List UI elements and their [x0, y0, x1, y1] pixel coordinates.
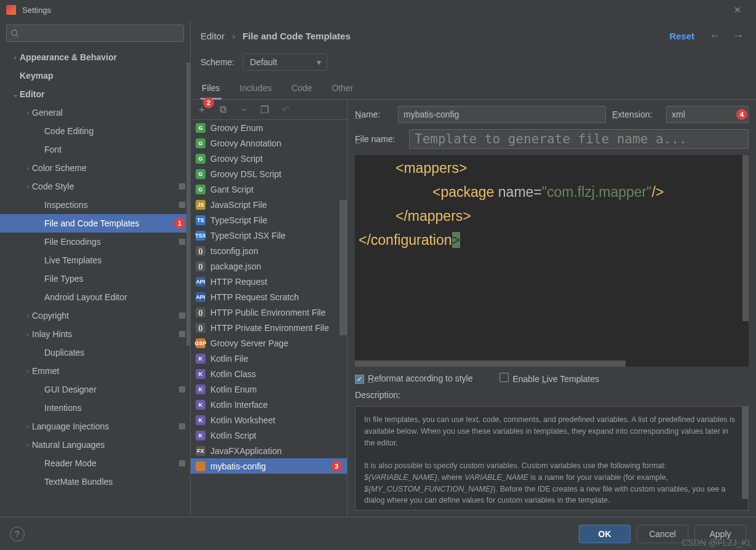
file-type-icon: K — [196, 385, 205, 394]
tree-item-general[interactable]: ›General — [0, 103, 190, 122]
tree-item-duplicates[interactable]: Duplicates — [0, 343, 190, 362]
tree-item-copyright[interactable]: ›Copyright — [0, 306, 190, 325]
template-item[interactable]: JSJavaScript File — [191, 197, 347, 212]
editor-scrollbar-v[interactable] — [742, 155, 749, 321]
code-token: <mappers> — [396, 160, 467, 176]
code-token: = — [533, 184, 541, 200]
file-type-icon: TSX — [196, 231, 205, 241]
template-item[interactable]: {}HTTP Public Environment File — [191, 305, 347, 320]
template-item[interactable]: GGant Script — [191, 181, 347, 197]
tree-item-keymap[interactable]: Keymap — [0, 66, 190, 85]
close-icon[interactable]: ✕ — [725, 5, 750, 15]
tree-item-font[interactable]: Font — [0, 140, 190, 159]
tree-item-code-style[interactable]: ›Code Style — [0, 177, 190, 196]
template-item[interactable]: {}package.json — [191, 258, 347, 274]
template-item[interactable]: APIHTTP Request Scratch — [191, 289, 347, 305]
tree-item-inspections[interactable]: Inspections — [0, 196, 190, 214]
description-paragraph: In file templates, you can use text, cod… — [364, 414, 739, 448]
editor-scrollbar-h[interactable] — [355, 361, 626, 367]
template-item[interactable]: GGroovy Script — [191, 151, 347, 166]
filename-input[interactable] — [409, 129, 749, 149]
help-icon[interactable]: ? — [10, 527, 25, 541]
template-toolbar: ＋2 ⧉ － ❐ ↶ — [191, 100, 347, 119]
template-item[interactable]: KKotlin Worksheet — [191, 412, 347, 428]
template-item[interactable]: KKotlin Class — [191, 366, 347, 381]
extension-label: Extension: — [612, 110, 660, 119]
template-item[interactable]: GSPGroovy Server Page — [191, 335, 347, 351]
undo-icon[interactable]: ↶ — [281, 105, 290, 114]
tree-item-file-and-code-templates[interactable]: File and Code Templates1 — [0, 214, 190, 233]
file-type-icon: G — [196, 185, 205, 194]
tree-item-live-templates[interactable]: Live Templates — [0, 251, 190, 269]
tree-item-file-types[interactable]: File Types — [0, 269, 190, 288]
ok-button[interactable]: OK — [579, 525, 631, 543]
tree-item-intentions[interactable]: Intentions — [0, 399, 190, 417]
tree-item-file-encodings[interactable]: File Encodings — [0, 233, 190, 251]
tree-item-language-injections[interactable]: ›Language Injections — [0, 417, 190, 436]
template-item[interactable]: APIHTTP Request — [191, 274, 347, 289]
tree-item-appearance-behavior[interactable]: ›Appearance & Behavior — [0, 48, 190, 66]
template-item[interactable]: GGroovy DSL Script — [191, 166, 347, 181]
file-type-icon: API — [196, 277, 205, 287]
tree-item-reader-mode[interactable]: Reader Mode — [0, 454, 190, 472]
forward-arrow-icon[interactable]: → — [730, 30, 746, 42]
breadcrumb-parent: Editor — [201, 31, 225, 41]
tab-files[interactable]: Files — [201, 79, 221, 99]
file-type-icon: JS — [196, 200, 205, 210]
tree-item-color-scheme[interactable]: ›Color Scheme — [0, 159, 190, 177]
tab-code[interactable]: Code — [290, 79, 313, 99]
tree-item-emmet[interactable]: ›Emmet — [0, 362, 190, 380]
tree-scrollbar[interactable] — [186, 63, 190, 517]
tree-item-inlay-hints[interactable]: ›Inlay Hints — [0, 325, 190, 343]
tree-item-gui-designer[interactable]: GUI Designer — [0, 380, 190, 399]
tree-item-editor[interactable]: ⌄Editor — [0, 85, 190, 103]
template-item[interactable]: KKotlin File — [191, 351, 347, 366]
tab-other[interactable]: Other — [330, 79, 354, 99]
file-type-icon: G — [196, 169, 205, 179]
scheme-label: Scheme: — [201, 57, 234, 67]
template-item[interactable]: KKotlin Interface — [191, 397, 347, 412]
code-token: < — [432, 184, 440, 200]
app-logo-icon — [6, 5, 16, 15]
template-item[interactable]: mybatis-config3 — [191, 458, 347, 474]
template-item[interactable]: TSXTypeScript JSX File — [191, 228, 347, 243]
dialog-footer: ? OK Cancel Apply — [0, 517, 756, 550]
template-editor[interactable]: <mappers> <package name="com.flzj.mapper… — [355, 155, 749, 367]
tree-item-code-editing[interactable]: Code Editing — [0, 122, 190, 140]
file-type-icon: {} — [196, 261, 205, 271]
watermark: CSDN @FLZJ_KL — [682, 538, 752, 548]
settings-tree-panel: ›Appearance & BehaviorKeymap⌄Editor›Gene… — [0, 20, 191, 517]
template-item[interactable]: KKotlin Script — [191, 428, 347, 443]
description-scrollbar[interactable] — [742, 407, 748, 499]
template-list[interactable]: GGroovy EnumGGroovy AnnotationGGroovy Sc… — [191, 119, 347, 517]
file-type-icon: TS — [196, 215, 205, 225]
tree-item-natural-languages[interactable]: ›Natural Languages — [0, 436, 190, 454]
tree-item-textmate-bundles[interactable]: TextMate Bundles — [0, 472, 190, 491]
tab-includes[interactable]: Includes — [239, 79, 273, 99]
settings-search-input[interactable] — [6, 25, 184, 42]
template-item[interactable]: {}tsconfig.json — [191, 243, 347, 258]
template-item[interactable]: GGroovy Enum — [191, 120, 347, 135]
live-templates-checkbox[interactable]: Enable Live Templates — [499, 373, 599, 384]
template-item[interactable]: FXJavaFXApplication — [191, 443, 347, 458]
file-type-icon — [196, 461, 205, 471]
template-item[interactable]: TSTypeScript File — [191, 212, 347, 228]
template-item[interactable]: KKotlin Enum — [191, 381, 347, 397]
template-item[interactable]: {}HTTP Private Environment File — [191, 320, 347, 335]
name-input[interactable] — [398, 106, 606, 123]
add-icon[interactable]: ＋2 — [197, 105, 207, 114]
file-type-icon: G — [196, 154, 205, 164]
template-item[interactable]: GGroovy Annotation — [191, 135, 347, 151]
copy-icon[interactable]: ⧉ — [218, 105, 228, 114]
back-arrow-icon[interactable]: ← — [707, 30, 723, 42]
template-scrollbar[interactable] — [340, 120, 347, 517]
svg-point-0 — [12, 30, 17, 36]
reset-link[interactable]: Reset — [669, 31, 694, 41]
duplicate-icon[interactable]: ❐ — [260, 105, 269, 114]
scheme-select[interactable]: Default — [243, 54, 327, 71]
reformat-checkbox[interactable]: ✓Reformat according to style — [355, 373, 472, 384]
remove-icon[interactable]: － — [239, 105, 249, 114]
cancel-button[interactable]: Cancel — [637, 525, 688, 543]
tree-item-android-layout-editor[interactable]: Android Layout Editor — [0, 288, 190, 306]
settings-tree[interactable]: ›Appearance & BehaviorKeymap⌄Editor›Gene… — [0, 48, 190, 517]
